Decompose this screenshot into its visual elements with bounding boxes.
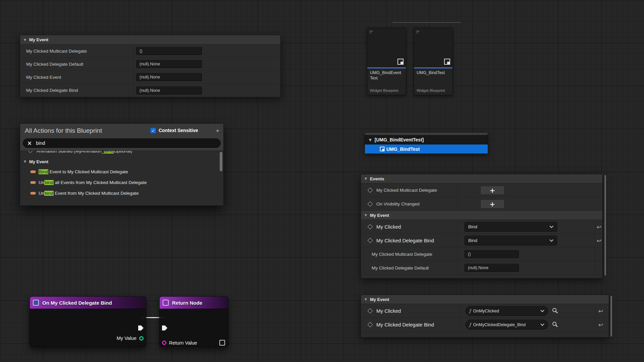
node-header[interactable]: On My Clicked Delegate Bind xyxy=(30,296,146,309)
actions-category-my-event[interactable]: ▼ My Event xyxy=(20,158,223,166)
collapse-arrow-icon[interactable]: ▼ xyxy=(365,298,367,301)
bind-row: My Clicked Delegate Bind Bind ↩ xyxy=(361,234,602,247)
function-icon: ƒ xyxy=(469,308,471,313)
function-icon: ƒ xyxy=(469,322,471,327)
node-on-my-clicked-delegate-bind[interactable]: On My Clicked Delegate Bind My Value xyxy=(30,296,146,347)
scrollbar-thumb[interactable] xyxy=(610,296,612,337)
reset-to-default-icon[interactable]: ↩ xyxy=(597,237,601,244)
action-text: Event to My Clicked Multicast Delegate xyxy=(48,169,128,174)
delegate-icon xyxy=(30,192,36,195)
column-divider xyxy=(596,318,596,331)
action-item[interactable]: Unbind Event from My Clicked Multicast D… xyxy=(20,189,223,198)
details-scrollbar[interactable] xyxy=(604,174,607,281)
category-header-my-event[interactable]: ▼ My Event xyxy=(361,295,609,304)
property-row: My Clicked Multicast Delegate () xyxy=(361,247,602,261)
context-sensitive-checkbox[interactable]: ✓ xyxy=(150,128,156,133)
property-label: My Clicked Delegate Default xyxy=(26,62,83,67)
my-value-output-pin[interactable] xyxy=(139,336,144,341)
property-value-field[interactable]: (null).None xyxy=(465,264,519,272)
bind-dropdown[interactable]: Bind xyxy=(465,222,557,232)
property-value-field[interactable]: (null).None xyxy=(136,60,202,68)
dropdown-value: OnMyClickedDelegate_Bind xyxy=(473,322,540,327)
collapse-arrow-icon[interactable]: ▼ xyxy=(24,38,26,42)
return-value-input-pin[interactable] xyxy=(162,341,166,345)
property-value-field[interactable]: () xyxy=(136,47,202,55)
column-divider xyxy=(596,304,596,317)
category-label: My Event xyxy=(29,37,48,42)
event-pin-icon xyxy=(368,308,373,313)
category-header-my-event[interactable]: ▼ My Event xyxy=(361,211,602,220)
property-value-field[interactable]: (null).None xyxy=(136,73,202,81)
category-label: My Event xyxy=(370,297,389,302)
return-value-checkbox[interactable] xyxy=(219,340,225,346)
exec-output-pin[interactable] xyxy=(138,325,144,330)
action-text: Un xyxy=(39,191,44,196)
widget-blueprint-icon xyxy=(380,146,385,152)
popup-title: All Actions for this Blueprint xyxy=(25,127,102,134)
collapse-arrow-icon[interactable]: ▼ xyxy=(24,160,26,163)
details-scrollbar[interactable] xyxy=(610,295,613,338)
action-item[interactable]: Bind Event to My Clicked Multicast Deleg… xyxy=(20,167,223,176)
node-return-node[interactable]: Return Node Return Value xyxy=(159,296,228,347)
function-dropdown[interactable]: ƒ OnMyClicked xyxy=(466,306,548,316)
details-panel-top-left: ▼ My Event My Clicked Multicast Delegate… xyxy=(20,35,281,97)
match-highlight: Bind xyxy=(39,169,48,174)
asset-name: UMG_BindEventTest xyxy=(367,68,406,86)
exec-input-pin[interactable] xyxy=(162,325,167,330)
property-value-field[interactable]: () xyxy=(465,250,519,258)
collapse-arrow-icon[interactable]: ▼ xyxy=(365,177,367,180)
asset-tile[interactable]: UMG_BindEventTest Widget Blueprint xyxy=(367,28,406,95)
context-sensitive-label: Context Sensitive xyxy=(159,128,198,133)
reset-to-default-icon[interactable]: ↩ xyxy=(597,224,601,230)
input-pin-row: Return Value xyxy=(162,340,225,346)
asset-type: Widget Blueprint xyxy=(417,88,445,93)
close-icon[interactable]: × xyxy=(27,140,32,146)
node-title: Return Node xyxy=(172,300,202,306)
category-header-events[interactable]: ▼ Events xyxy=(361,174,602,183)
event-pin-icon xyxy=(368,187,373,193)
property-row: My Clicked Multicast Delegate () xyxy=(20,45,280,58)
chevron-down-icon xyxy=(540,310,544,312)
search-icon[interactable] xyxy=(552,308,558,314)
clipped-list-item[interactable]: Animation Started (MyAnimation_BindOptio… xyxy=(20,150,223,155)
collapse-arrow-icon[interactable]: ▼ xyxy=(365,214,367,217)
tree-child-row-selected[interactable]: UMG_BindTest xyxy=(365,144,488,154)
bind-label: My Clicked Delegate Bind xyxy=(376,322,434,327)
action-item[interactable]: Unbind all Events from My Clicked Multic… xyxy=(20,178,223,187)
popup-scrollbar-thumb[interactable] xyxy=(220,152,222,171)
event-pin-icon xyxy=(368,238,373,243)
column-divider xyxy=(460,318,461,331)
dropdown-value: Bind xyxy=(468,224,549,229)
category-header-my-event[interactable]: ▼ My Event xyxy=(20,35,280,45)
blueprint-graph-canvas[interactable]: On My Clicked Delegate Bind My Value Ret… xyxy=(0,0,644,362)
column-divider xyxy=(458,197,458,210)
event-label: My Clicked Multicast Delegate xyxy=(376,188,437,193)
tree-root-row[interactable]: ▼ [UMG_BindEventTest] xyxy=(365,135,488,144)
event-pin-icon xyxy=(368,201,373,206)
column-divider xyxy=(595,261,595,275)
node-header[interactable]: Return Node xyxy=(159,296,228,309)
add-event-button[interactable]: + xyxy=(480,199,504,208)
bind-label: My Clicked xyxy=(376,224,401,230)
add-event-button[interactable]: + xyxy=(480,186,504,195)
bind-row: My Clicked Bind ↩ xyxy=(361,220,602,234)
search-input[interactable] xyxy=(36,140,197,146)
column-divider xyxy=(595,220,595,233)
scrollbar-thumb[interactable] xyxy=(604,175,606,276)
function-dropdown[interactable]: ƒ OnMyClickedDelegate_Bind xyxy=(466,320,548,329)
asset-tile[interactable]: UMG_BindTest Widget Blueprint xyxy=(414,28,453,95)
reset-to-default-icon[interactable]: ↩ xyxy=(598,308,603,314)
column-divider xyxy=(460,304,461,317)
expand-right-icon[interactable]: ▶ xyxy=(217,128,219,133)
bind-dropdown[interactable]: Bind xyxy=(465,236,557,245)
collapse-arrow-icon[interactable]: ▼ xyxy=(369,138,372,142)
check-icon: ✓ xyxy=(151,128,155,133)
category-label: Events xyxy=(370,176,384,181)
search-icon[interactable] xyxy=(552,321,558,327)
column-divider xyxy=(133,45,134,57)
search-bar[interactable]: × xyxy=(23,138,221,148)
widget-blueprint-icon xyxy=(444,58,450,65)
property-value-field[interactable]: (null).None xyxy=(136,86,202,95)
reset-to-default-icon[interactable]: ↩ xyxy=(598,321,603,328)
panel-edge-line xyxy=(392,22,461,23)
